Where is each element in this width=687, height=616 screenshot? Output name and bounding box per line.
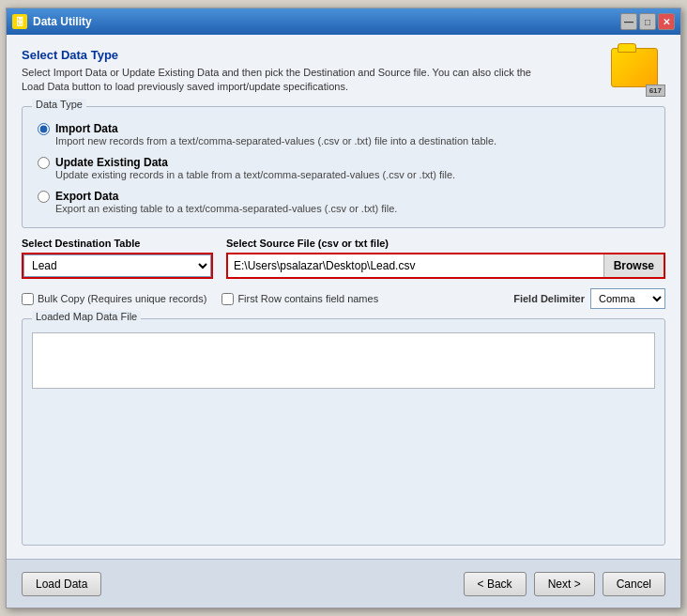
delimiter-label: Field Delimiter (513, 293, 585, 304)
next-button[interactable]: Next > (534, 572, 595, 596)
source-group: Select Source File (csv or txt file) Bro… (226, 238, 665, 279)
destination-group: Select Destination Table Lead Contact Ac… (22, 238, 213, 279)
source-file-input[interactable] (228, 254, 603, 277)
folder-icon (611, 48, 658, 87)
map-group: Loaded Map Data File (22, 318, 665, 546)
data-type-group: Data Type Import Data Import new records… (22, 106, 665, 228)
bulk-copy-label: Bulk Copy (Requires unique records) (38, 293, 206, 304)
delimiter-select[interactable]: Comma Tab Semicolon Pipe (590, 288, 665, 309)
radio-import-label: Import Data (55, 122, 118, 135)
title-bar-controls: — □ ✕ (620, 13, 675, 30)
radio-label-row-update: Update Existing Data (38, 156, 649, 169)
footer: Load Data < Back Next > Cancel (7, 559, 680, 608)
options-row: Bulk Copy (Requires unique records) Firs… (22, 286, 665, 311)
main-window: 🗄 Data Utility — □ ✕ Select Data Type Se… (6, 8, 681, 608)
radio-import[interactable] (38, 123, 50, 135)
radio-export[interactable] (38, 191, 50, 203)
bulk-copy-checkbox[interactable] (22, 293, 34, 305)
radio-export-label: Export Data (55, 190, 118, 203)
maximize-button[interactable]: □ (639, 13, 656, 30)
destination-label: Select Destination Table (22, 238, 213, 249)
first-row-checkbox[interactable] (221, 293, 234, 305)
header-text: Select Data Type Select Import Data or U… (22, 48, 547, 95)
map-group-label: Loaded Map Data File (32, 311, 141, 322)
destination-select-wrapper: Lead Contact Account Opportunity (22, 253, 213, 279)
minimize-button[interactable]: — (620, 13, 637, 30)
page-description: Select Import Data or Update Existing Da… (22, 66, 547, 95)
radio-item-export: Export Data Export an existing table to … (38, 190, 649, 214)
radio-label-row-export: Export Data (38, 190, 649, 203)
window-title: Data Utility (33, 15, 92, 28)
first-row-label: First Row contains field names (237, 293, 378, 304)
source-file-row: Browse (226, 253, 665, 279)
header-section: Select Data Type Select Import Data or U… (22, 48, 665, 97)
radio-update-desc: Update existing records in a table from … (55, 169, 649, 180)
title-bar: 🗄 Data Utility — □ ✕ (7, 8, 680, 35)
footer-left: Load Data (22, 572, 101, 596)
destination-select[interactable]: Lead Contact Account Opportunity (23, 254, 211, 277)
radio-export-desc: Export an existing table to a text/comma… (55, 203, 649, 214)
load-data-button[interactable]: Load Data (22, 572, 101, 596)
radio-import-desc: Import new records from a text/comma-sep… (55, 135, 649, 146)
close-button[interactable]: ✕ (658, 13, 675, 30)
radio-item-update: Update Existing Data Update existing rec… (38, 156, 649, 180)
content-area: Select Data Type Select Import Data or U… (7, 35, 680, 559)
delimiter-row: Field Delimiter Comma Tab Semicolon Pipe (513, 288, 665, 309)
bulk-copy-item: Bulk Copy (Requires unique records) (22, 293, 206, 305)
radio-update-label: Update Existing Data (55, 156, 168, 169)
radio-group: Import Data Import new records from a te… (38, 122, 649, 214)
header-icon: 617 (611, 48, 665, 97)
first-row-item: First Row contains field names (221, 293, 378, 305)
radio-item-import: Import Data Import new records from a te… (38, 122, 649, 146)
badge: 617 (646, 85, 665, 97)
page-title: Select Data Type (22, 48, 547, 62)
cancel-button[interactable]: Cancel (603, 572, 665, 596)
source-label: Select Source File (csv or txt file) (226, 238, 665, 249)
browse-button[interactable]: Browse (603, 254, 664, 277)
title-bar-left: 🗄 Data Utility (12, 14, 92, 29)
radio-update[interactable] (38, 157, 50, 169)
map-content-box (32, 332, 655, 389)
radio-label-row-import: Import Data (38, 122, 649, 135)
app-icon: 🗄 (12, 14, 27, 29)
footer-right: < Back Next > Cancel (464, 572, 665, 596)
bottom-section: Select Destination Table Lead Contact Ac… (22, 238, 665, 546)
back-button[interactable]: < Back (464, 572, 527, 596)
data-type-label: Data Type (32, 99, 86, 110)
dest-source-row: Select Destination Table Lead Contact Ac… (22, 238, 665, 279)
